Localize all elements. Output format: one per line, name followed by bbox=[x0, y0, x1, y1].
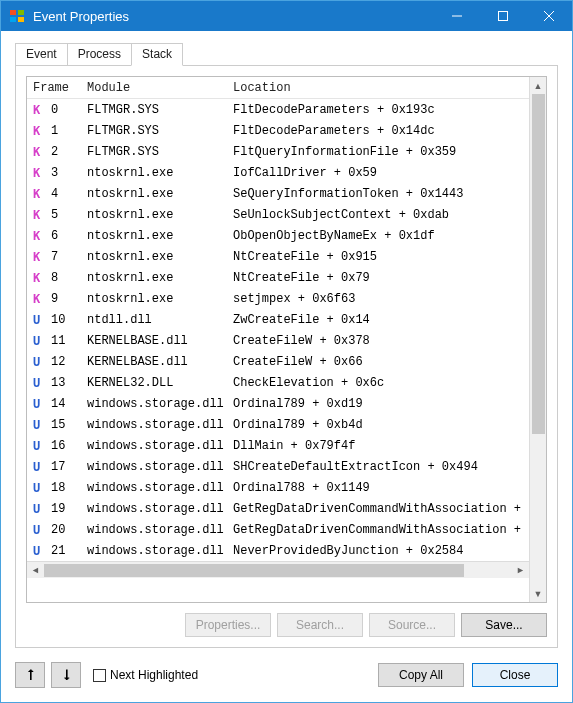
frame-number: 0 bbox=[51, 103, 69, 117]
frame-number: 9 bbox=[51, 292, 69, 306]
scroll-left-icon[interactable]: ◄ bbox=[27, 562, 44, 578]
table-row[interactable]: K9ntoskrnl.exesetjmpex + 0x6f63 bbox=[27, 288, 529, 309]
module-cell: windows.storage.dll bbox=[87, 460, 233, 474]
module-cell: windows.storage.dll bbox=[87, 523, 233, 537]
table-row[interactable]: K8ntoskrnl.exeNtCreateFile + 0x79 bbox=[27, 267, 529, 288]
frame-number: 21 bbox=[51, 544, 69, 558]
module-cell: windows.storage.dll bbox=[87, 502, 233, 516]
footer-bar: 🠕 🠗 Next Highlighted Copy All Close bbox=[15, 662, 558, 688]
table-row[interactable]: U10ntdll.dllZwCreateFile + 0x14 bbox=[27, 309, 529, 330]
module-cell: ntoskrnl.exe bbox=[87, 208, 233, 222]
module-cell: ntoskrnl.exe bbox=[87, 187, 233, 201]
kernel-mode-icon: K bbox=[33, 229, 47, 243]
tab-stack[interactable]: Stack bbox=[131, 43, 183, 66]
location-cell: CreateFileW + 0x66 bbox=[233, 355, 529, 369]
table-row[interactable]: K1FLTMGR.SYSFltDecodeParameters + 0x14dc bbox=[27, 120, 529, 141]
table-row[interactable]: K0FLTMGR.SYSFltDecodeParameters + 0x193c bbox=[27, 99, 529, 120]
table-row[interactable]: K6ntoskrnl.exeObOpenObjectByNameEx + 0x1… bbox=[27, 225, 529, 246]
frame-number: 7 bbox=[51, 250, 69, 264]
frame-number: 15 bbox=[51, 418, 69, 432]
window-title: Event Properties bbox=[33, 9, 434, 24]
frame-number: 4 bbox=[51, 187, 69, 201]
table-row[interactable]: K2FLTMGR.SYSFltQueryInformationFile + 0x… bbox=[27, 141, 529, 162]
kernel-mode-icon: K bbox=[33, 250, 47, 264]
frame-number: 14 bbox=[51, 397, 69, 411]
column-header-module[interactable]: Module bbox=[87, 81, 233, 95]
scroll-down-icon[interactable]: ▼ bbox=[530, 585, 546, 602]
close-button[interactable]: Close bbox=[472, 663, 558, 687]
vertical-scrollbar[interactable]: ▲ ▼ bbox=[529, 77, 546, 602]
frame-number: 17 bbox=[51, 460, 69, 474]
module-cell: windows.storage.dll bbox=[87, 418, 233, 432]
location-cell: GetRegDataDrivenCommandWithAssociation + bbox=[233, 502, 529, 516]
copy-all-button[interactable]: Copy All bbox=[378, 663, 464, 687]
user-mode-icon: U bbox=[33, 439, 47, 453]
user-mode-icon: U bbox=[33, 544, 47, 558]
table-row[interactable]: U18windows.storage.dllOrdinal788 + 0x114… bbox=[27, 477, 529, 498]
svg-rect-2 bbox=[10, 17, 16, 22]
kernel-mode-icon: K bbox=[33, 271, 47, 285]
frame-number: 19 bbox=[51, 502, 69, 516]
svg-rect-5 bbox=[499, 12, 508, 21]
svg-rect-0 bbox=[10, 10, 16, 15]
table-row[interactable]: U11KERNELBASE.dllCreateFileW + 0x378 bbox=[27, 330, 529, 351]
module-cell: FLTMGR.SYS bbox=[87, 145, 233, 159]
module-cell: FLTMGR.SYS bbox=[87, 103, 233, 117]
column-header-frame[interactable]: Frame bbox=[27, 81, 87, 95]
module-cell: ntoskrnl.exe bbox=[87, 250, 233, 264]
module-cell: KERNELBASE.dll bbox=[87, 355, 233, 369]
frame-number: 13 bbox=[51, 376, 69, 390]
module-cell: KERNELBASE.dll bbox=[87, 334, 233, 348]
module-cell: KERNEL32.DLL bbox=[87, 376, 233, 390]
save-button[interactable]: Save... bbox=[461, 613, 547, 637]
stack-grid[interactable]: Frame Module Location K0FLTMGR.SYSFltDec… bbox=[26, 76, 547, 603]
table-row[interactable]: K7ntoskrnl.exeNtCreateFile + 0x915 bbox=[27, 246, 529, 267]
location-cell: IofCallDriver + 0x59 bbox=[233, 166, 529, 180]
location-cell: NtCreateFile + 0x915 bbox=[233, 250, 529, 264]
table-row[interactable]: U12KERNELBASE.dllCreateFileW + 0x66 bbox=[27, 351, 529, 372]
frame-number: 2 bbox=[51, 145, 69, 159]
table-row[interactable]: K3ntoskrnl.exeIofCallDriver + 0x59 bbox=[27, 162, 529, 183]
location-cell: FltQueryInformationFile + 0x359 bbox=[233, 145, 529, 159]
scroll-up-icon[interactable]: ▲ bbox=[530, 77, 546, 94]
location-cell: ObOpenObjectByNameEx + 0x1df bbox=[233, 229, 529, 243]
horizontal-scrollbar[interactable]: ◄ ► bbox=[27, 561, 529, 578]
table-row[interactable]: U15windows.storage.dllOrdinal789 + 0xb4d bbox=[27, 414, 529, 435]
close-window-button[interactable] bbox=[526, 1, 572, 31]
location-cell: FltDecodeParameters + 0x193c bbox=[233, 103, 529, 117]
frame-number: 8 bbox=[51, 271, 69, 285]
table-row[interactable]: U14windows.storage.dllOrdinal789 + 0xd19 bbox=[27, 393, 529, 414]
svg-rect-3 bbox=[18, 17, 24, 22]
location-cell: FltDecodeParameters + 0x14dc bbox=[233, 124, 529, 138]
frame-number: 11 bbox=[51, 334, 69, 348]
next-highlighted-label: Next Highlighted bbox=[110, 668, 198, 682]
app-icon bbox=[9, 8, 25, 24]
minimize-button[interactable] bbox=[434, 1, 480, 31]
module-cell: windows.storage.dll bbox=[87, 439, 233, 453]
column-header-location[interactable]: Location bbox=[233, 81, 529, 95]
location-cell: SeQueryInformationToken + 0x1443 bbox=[233, 187, 529, 201]
module-cell: ntoskrnl.exe bbox=[87, 271, 233, 285]
next-event-button[interactable]: 🠗 bbox=[51, 662, 81, 688]
location-cell: SeUnlockSubjectContext + 0xdab bbox=[233, 208, 529, 222]
table-row[interactable]: U17windows.storage.dllSHCreateDefaultExt… bbox=[27, 456, 529, 477]
table-row[interactable]: U21windows.storage.dllNeverProvidedByJun… bbox=[27, 540, 529, 561]
table-row[interactable]: K4ntoskrnl.exeSeQueryInformationToken + … bbox=[27, 183, 529, 204]
tab-process[interactable]: Process bbox=[67, 43, 132, 65]
location-cell: SHCreateDefaultExtractIcon + 0x494 bbox=[233, 460, 529, 474]
checkbox-icon bbox=[93, 669, 106, 682]
tab-event[interactable]: Event bbox=[15, 43, 68, 65]
table-row[interactable]: U13KERNEL32.DLLCheckElevation + 0x6c bbox=[27, 372, 529, 393]
location-cell: CheckElevation + 0x6c bbox=[233, 376, 529, 390]
scroll-right-icon[interactable]: ► bbox=[512, 562, 529, 578]
kernel-mode-icon: K bbox=[33, 145, 47, 159]
table-row[interactable]: U20windows.storage.dllGetRegDataDrivenCo… bbox=[27, 519, 529, 540]
user-mode-icon: U bbox=[33, 313, 47, 327]
next-highlighted-checkbox[interactable]: Next Highlighted bbox=[93, 668, 198, 682]
frame-number: 5 bbox=[51, 208, 69, 222]
prev-event-button[interactable]: 🠕 bbox=[15, 662, 45, 688]
table-row[interactable]: U19windows.storage.dllGetRegDataDrivenCo… bbox=[27, 498, 529, 519]
table-row[interactable]: U16windows.storage.dllDllMain + 0x79f4f bbox=[27, 435, 529, 456]
maximize-button[interactable] bbox=[480, 1, 526, 31]
table-row[interactable]: K5ntoskrnl.exeSeUnlockSubjectContext + 0… bbox=[27, 204, 529, 225]
